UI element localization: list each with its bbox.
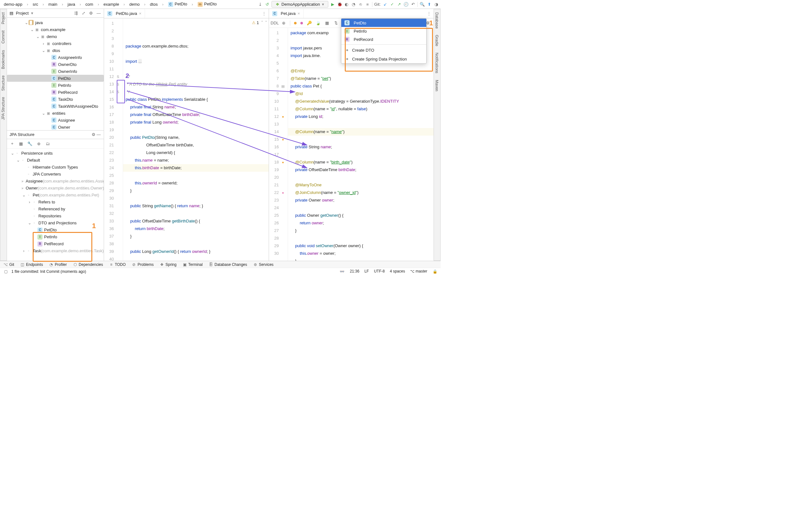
tool-stripe-structure[interactable]: Structure <box>0 72 6 94</box>
editor-tab-petdto[interactable]: C PetDto.java × <box>104 9 145 18</box>
breadcrumb-item[interactable]: src <box>31 1 40 7</box>
toolwindow-profiler[interactable]: ◔ Profiler <box>49 262 67 267</box>
jpa-item-default[interactable]: ⌄▫Default <box>7 157 104 164</box>
breadcrumb-item[interactable]: mPetDto <box>196 1 219 8</box>
popup-item-petdto[interactable]: CPetDto <box>341 19 426 27</box>
tree-item-ownerdto[interactable]: ROwnerDto <box>7 61 104 68</box>
tree-item-taskwithassigneedto[interactable]: CTaskWithAssigneeDto <box>7 103 104 110</box>
gear-icon[interactable]: ⚙ <box>91 132 96 137</box>
tree-item-controllers[interactable]: ›▣controllers <box>7 40 104 47</box>
tree-item-assigneeinfo[interactable]: CAssigneeInfo <box>7 54 104 61</box>
jpa-item-repositories[interactable]: ▫Repositories <box>7 213 104 220</box>
code-area[interactable]: 1 ˆˇ package com.example.demo.dtos; impo… <box>123 18 269 261</box>
lock-icon[interactable]: 🔒 <box>432 269 438 274</box>
hide-icon[interactable]: — <box>96 11 101 16</box>
tree-item-com.example[interactable]: ⌄▣com.example <box>7 26 104 33</box>
tree-item-demo[interactable]: ⌄▣demo <box>7 33 104 40</box>
hide-icon[interactable]: — <box>96 132 101 137</box>
run-icon[interactable]: ▶ <box>330 2 335 7</box>
tool-stripe-gradle[interactable]: Gradle <box>434 32 440 49</box>
status-indent[interactable]: 4 spaces <box>390 269 405 274</box>
jpa-item-pet[interactable]: ⌄▫Pet (com.example.demo.entities.Pet) <box>7 192 104 199</box>
jpa-item-owner[interactable]: ›▫Owner (com.example.demo.entities.Owner… <box>7 185 104 192</box>
breadcrumb-item[interactable]: main <box>47 1 59 7</box>
inspect-icon[interactable]: ⊕ <box>36 141 41 146</box>
jpa-item-petdto[interactable]: CPetDto <box>7 227 104 233</box>
status-branch[interactable]: ⌥ master <box>410 269 427 274</box>
marker-icon[interactable] <box>300 22 303 24</box>
leaf-icon[interactable]: 🍃 <box>316 20 321 26</box>
jpa-item-referenced-by[interactable]: ▫Referenced by <box>7 206 104 213</box>
tool-stripe-project[interactable]: Project <box>0 9 6 27</box>
toolwindow-dependencies[interactable]: ⬡ Dependencies <box>72 262 103 267</box>
toolwindow-git[interactable]: ⌥ Git <box>3 262 14 267</box>
reader-mode-icon[interactable]: 👓 <box>340 269 345 274</box>
dto-projection-icon[interactable]: ⇅ <box>334 20 339 26</box>
dropdown-icon[interactable]: ▾ <box>31 11 33 15</box>
toolwindow-spring[interactable]: ❖ Spring <box>159 262 176 267</box>
grid-icon[interactable]: ▦ <box>324 20 329 26</box>
popup-action-create-dto[interactable]: ＋Create DTO <box>341 46 426 55</box>
toolwindow-todo[interactable]: ≡ TODO <box>109 262 126 267</box>
select-opened-icon[interactable]: ⇶ <box>73 11 78 16</box>
git-update-icon[interactable]: ↙ <box>383 2 388 7</box>
toolwindow-terminal[interactable]: ▣ Terminal <box>182 262 202 267</box>
gutter[interactable]: SSS 123891011121314151617181920212223242… <box>104 18 123 261</box>
ide-update-icon[interactable]: ⬆ <box>426 2 432 7</box>
project-tree[interactable]: ⌄▉java⌄▣com.example⌄▣demo›▣controllers⌄▣… <box>7 18 104 130</box>
breadcrumb-item[interactable]: java <box>66 1 77 7</box>
search-icon[interactable]: 🔍 <box>420 2 425 7</box>
tree-item-owner[interactable]: COwner <box>7 124 104 130</box>
toolwindow-problems[interactable]: ⊘ Problems <box>131 262 154 267</box>
popup-item-petinfo[interactable]: IPetInfo <box>341 27 426 35</box>
liquibase-icon[interactable]: 🗂 <box>45 141 50 146</box>
toolwindow-database-changes[interactable]: 🗄 Database Changes <box>208 262 247 267</box>
tree-item-petrecord[interactable]: RPetRecord <box>7 89 104 96</box>
jpa-item-petrecord[interactable]: RPetRecord <box>7 240 104 247</box>
tab-more-icon[interactable]: ⋮ <box>259 11 269 16</box>
status-time[interactable]: 21:36 <box>350 269 359 274</box>
git-commit-icon[interactable]: ✓ <box>390 2 395 7</box>
gear-icon[interactable]: ⚙ <box>89 11 94 16</box>
tab-more-icon[interactable]: ⋮ <box>424 11 434 16</box>
jpa-item-task[interactable]: ›▫Task (com.example.demo.entities.Task) <box>7 247 104 255</box>
tool-stripe-commit[interactable]: Commit <box>0 27 6 47</box>
stop-icon[interactable]: ■ <box>365 2 370 7</box>
add-icon[interactable]: ＋ <box>9 141 14 146</box>
inspections-widget[interactable]: 1 ˆˇ <box>252 19 267 26</box>
jpa-item-refers-to[interactable]: ›▫Refers to <box>7 199 104 206</box>
sync-icon[interactable]: ↺ <box>264 2 270 7</box>
popup-action-create-spring-data-projection[interactable]: ＋Create Spring Data Projection <box>341 55 426 63</box>
jpa-item-dto-and-projections[interactable]: ⌄▫DTO and Projections <box>7 220 104 227</box>
project-title[interactable]: Project <box>16 11 29 15</box>
key-icon[interactable]: 🔑 <box>307 20 312 26</box>
tool-stripe-database[interactable]: Database <box>434 9 440 32</box>
git-push-icon[interactable]: ↗ <box>397 2 402 7</box>
profile-icon[interactable]: ◔ <box>351 2 356 7</box>
toolwindow-services[interactable]: ⊚ Services <box>253 262 273 267</box>
tool-stripe-jpa-structure[interactable]: JPA Structure <box>0 94 6 123</box>
git-rollback-icon[interactable]: ↶ <box>410 2 415 7</box>
jpa-item-jpa-converters[interactable]: ▫JPA Converters <box>7 171 104 178</box>
build-icon[interactable]: ⤓ <box>258 2 263 7</box>
git-history-icon[interactable]: 🕘 <box>403 2 409 7</box>
jpa-item-assignee[interactable]: ›▫Assignee (com.example.demo.entities.As… <box>7 178 104 185</box>
tree-item-petinfo[interactable]: IPetInfo <box>7 82 104 89</box>
breadcrumb-item[interactable]: demo <box>128 1 142 7</box>
ddl-icon[interactable]: DDL <box>272 20 277 26</box>
attach-icon[interactable]: ⎋ <box>358 2 363 7</box>
marker-icon[interactable] <box>294 22 297 24</box>
er-diagram-icon[interactable]: ▦ <box>18 141 23 146</box>
ide-logo-icon[interactable]: ◑ <box>434 2 439 7</box>
expand-all-icon[interactable]: ⤢ <box>81 11 86 16</box>
jpa-item-hibernate-custom-types[interactable]: ▫Hibernate Custom Types <box>7 164 104 171</box>
breadcrumb-item[interactable]: demo-app <box>2 1 24 7</box>
popup-item-petrecord[interactable]: RPetRecord <box>341 35 426 43</box>
tree-item-taskdto[interactable]: CTaskDto <box>7 96 104 103</box>
tool-stripe-bookmarks[interactable]: Bookmarks <box>0 47 6 72</box>
breadcrumb-item[interactable]: example <box>101 1 121 7</box>
toolwindow-endpoints[interactable]: ◫ Endpoints <box>20 262 43 267</box>
editor-tab-pet[interactable]: C Pet.java × <box>269 9 304 18</box>
tree-item-java[interactable]: ⌄▉java <box>7 19 104 26</box>
jpa-item-persistence-units[interactable]: ⌄▫Persistence units <box>7 150 104 157</box>
